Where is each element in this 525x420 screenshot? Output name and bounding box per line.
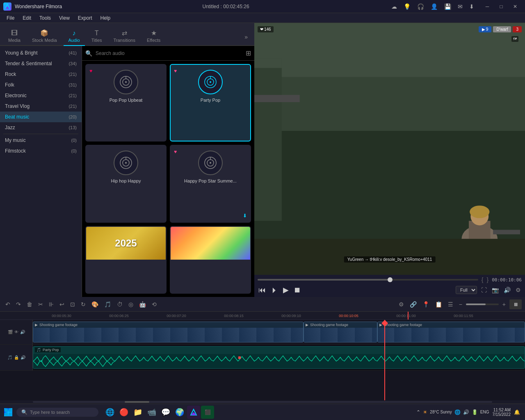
- taskbar-clock[interactable]: 11:52 AM 7/15/2022: [493, 408, 511, 417]
- audio-card-pop-pop-upbeat[interactable]: ♥ Pop Pop Upbeat: [85, 64, 167, 142]
- menu-edit[interactable]: Edit: [19, 14, 34, 22]
- category-jazz[interactable]: Jazz (13): [0, 122, 82, 133]
- audio-card-hip-hop-happy[interactable]: Hip hop Happy: [85, 145, 167, 222]
- redo-button[interactable]: ↷: [14, 300, 23, 309]
- audio-track-mute-icon[interactable]: 🔊: [21, 355, 25, 360]
- video-track-eye-icon[interactable]: 👁: [14, 330, 18, 334]
- search-input[interactable]: [96, 50, 242, 56]
- audio-track-lock-icon[interactable]: 🔒: [14, 355, 19, 360]
- download-icon-happy-pop[interactable]: ⬇: [243, 213, 247, 219]
- audio-card-colorful[interactable]: [170, 226, 251, 294]
- video-clip-3[interactable]: ▶ Shooting game footage: [377, 322, 525, 342]
- audio-track-music-icon[interactable]: 🎵: [7, 355, 12, 360]
- grid-view-button[interactable]: ⊞: [246, 49, 251, 57]
- taskbar-app-brave[interactable]: 🔴: [117, 406, 130, 419]
- category-young-bright[interactable]: Young & Bright (41): [0, 48, 82, 58]
- minimize-button[interactable]: ─: [481, 2, 494, 11]
- taskbar-app-chrome[interactable]: 🌐: [103, 406, 116, 419]
- audio-button[interactable]: 🎵: [102, 300, 113, 309]
- category-filmstock[interactable]: Filmstock (0): [0, 146, 82, 156]
- volume-icon[interactable]: 🔊: [463, 409, 469, 415]
- snap-button[interactable]: 🔗: [408, 300, 419, 309]
- network-icon[interactable]: 🌐: [454, 409, 461, 415]
- ai-button[interactable]: 🤖: [137, 300, 148, 309]
- category-folk[interactable]: Folk (31): [0, 80, 82, 90]
- zoom-out-button[interactable]: −: [457, 300, 464, 309]
- quality-select[interactable]: Full 1/2 1/4: [456, 286, 477, 294]
- marker-button[interactable]: 📍: [420, 300, 431, 309]
- video-clip-1[interactable]: ▶ Shooting game footage: [33, 322, 304, 342]
- settings-button[interactable]: ⚙: [515, 286, 522, 294]
- stop-button[interactable]: ⏹: [293, 285, 302, 295]
- horizontal-scrollbar[interactable]: [0, 400, 525, 404]
- maximize-button[interactable]: □: [495, 2, 508, 11]
- fullscreen-button[interactable]: ⛶: [480, 286, 488, 294]
- tab-titles[interactable]: T Titles: [87, 27, 107, 46]
- category-beat-music[interactable]: Beat music (20): [0, 112, 82, 122]
- taskbar-app-terminal[interactable]: ⬛: [201, 406, 214, 419]
- tab-effects[interactable]: ★ Effects: [142, 27, 165, 46]
- audio-track-content[interactable]: 🎵 Party Pop // This inline script f: [33, 345, 525, 370]
- audio-card-happy-pop-star[interactable]: ♥ Happy Pop Star Summe... ⬇: [170, 145, 251, 222]
- scrubber-thumb[interactable]: [388, 277, 393, 282]
- video-track-lock-icon[interactable]: 🎬: [8, 330, 13, 334]
- reverse-button[interactable]: ⟲: [150, 300, 159, 309]
- taskbar-search[interactable]: 🔍 Type here to search: [16, 408, 98, 417]
- category-rock[interactable]: Rock (21): [0, 69, 82, 80]
- menu-file[interactable]: File: [3, 14, 18, 22]
- audio-card-2025[interactable]: 2025: [85, 226, 167, 294]
- range-button[interactable]: 📋: [433, 300, 444, 309]
- cut-button[interactable]: ✂: [36, 300, 45, 309]
- category-electronic[interactable]: Electronic (21): [0, 90, 82, 101]
- track-manager-button[interactable]: ☰: [446, 300, 455, 309]
- snapshot-button[interactable]: 📷: [491, 286, 500, 294]
- delete-button[interactable]: 🗑: [25, 300, 34, 309]
- battery-icon[interactable]: 🔋: [472, 409, 478, 415]
- play-forward-button[interactable]: ▶: [282, 285, 290, 295]
- headphone-icon[interactable]: 🎧: [415, 2, 426, 11]
- settings-timeline-button[interactable]: ⚙: [397, 300, 406, 309]
- speed-button[interactable]: ⏱: [115, 300, 125, 309]
- save-icon[interactable]: 💾: [443, 2, 453, 11]
- taskbar-app-meet[interactable]: 📹: [145, 406, 158, 419]
- step-back-button[interactable]: ⏮: [258, 285, 267, 295]
- video-track-audio-icon[interactable]: 🔊: [20, 330, 25, 334]
- timeline-view-toggle[interactable]: ▦: [509, 299, 522, 309]
- crop-button[interactable]: ⊡: [68, 300, 77, 309]
- user-icon[interactable]: 👤: [429, 2, 439, 11]
- scrollbar-thumb[interactable]: [125, 401, 149, 403]
- close-button[interactable]: ✕: [509, 2, 522, 11]
- more-tabs-button[interactable]: »: [241, 32, 251, 42]
- tab-stock-media[interactable]: 📦 Stock Media: [27, 27, 62, 46]
- taskbar-app-explorer[interactable]: 📁: [131, 406, 144, 419]
- menu-help[interactable]: Help: [97, 14, 114, 22]
- taskbar-app-filmora[interactable]: [187, 406, 200, 419]
- category-my-music[interactable]: My music (0): [0, 135, 82, 146]
- play-pause-button[interactable]: ⏵: [270, 285, 279, 295]
- download-icon[interactable]: ⬇: [468, 2, 476, 11]
- cloud-icon[interactable]: ☁: [390, 2, 399, 11]
- taskbar-app-browser2[interactable]: 🌍: [173, 406, 186, 419]
- tab-media[interactable]: 🎞 Media: [3, 27, 25, 46]
- video-track-content[interactable]: ▶ Shooting game footage ▶ Shooting game …: [33, 320, 525, 344]
- notification-icon[interactable]: 🔔: [514, 409, 520, 415]
- audio-card-party-pop[interactable]: ♥ Party Pop: [170, 64, 251, 142]
- audio-clip-party-pop[interactable]: 🎵 Party Pop // This inline script f: [33, 346, 525, 369]
- menu-export[interactable]: Export: [75, 14, 96, 22]
- tray-arrow[interactable]: ⌃: [416, 409, 420, 415]
- language-indicator[interactable]: ENG: [480, 410, 489, 414]
- category-travel-vlog[interactable]: Travel Vlog (21): [0, 101, 82, 112]
- undo-button[interactable]: ↶: [3, 300, 12, 309]
- rotate-button[interactable]: ↻: [79, 300, 88, 309]
- category-tender-sentimental[interactable]: Tender & Sentimental (34): [0, 58, 82, 69]
- start-button[interactable]: [2, 406, 15, 419]
- mail-icon[interactable]: ✉: [456, 2, 464, 11]
- idea-icon[interactable]: 💡: [402, 2, 412, 11]
- video-clip-2[interactable]: ▶ Shooting game footage: [304, 322, 377, 342]
- volume-button[interactable]: 🔊: [503, 286, 511, 294]
- color-button[interactable]: 🎨: [89, 300, 100, 309]
- tab-audio[interactable]: ♪ Audio: [64, 27, 85, 46]
- menu-tools[interactable]: Tools: [36, 14, 54, 22]
- zoom-in-button[interactable]: +: [500, 300, 508, 309]
- split-button[interactable]: ⊪: [47, 300, 56, 309]
